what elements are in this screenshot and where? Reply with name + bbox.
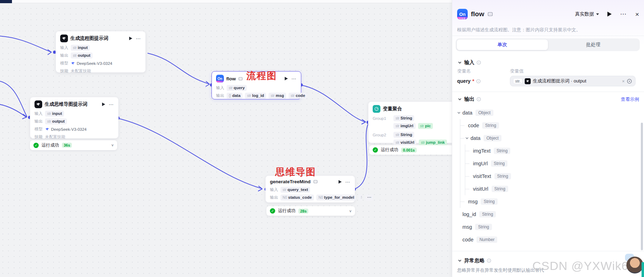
param-chip: strinput bbox=[45, 111, 64, 117]
plugin-badge-icon bbox=[313, 179, 318, 184]
node-mindmap-prompt[interactable]: 生成思维导图提示词 ⋯ 输入 strinput 输出 stroutput 模型 … bbox=[30, 97, 119, 138]
panel-more-button[interactable]: ⋯ bbox=[620, 10, 627, 18]
output-label: 输出 bbox=[34, 119, 43, 124]
node-more-button[interactable]: ⋯ bbox=[291, 77, 297, 80]
node-title: generateTreeMind bbox=[270, 179, 311, 184]
run-node-button[interactable] bbox=[129, 37, 132, 40]
param-chip: strquery_text bbox=[280, 187, 310, 193]
success-check-icon: ✓ bbox=[33, 143, 39, 148]
collapse-input-chevron[interactable] bbox=[457, 60, 462, 65]
node-title: 生成流程图提示词 bbox=[70, 35, 108, 42]
tree-chevron-icon[interactable] bbox=[465, 136, 471, 140]
output-label: 输出 bbox=[216, 93, 224, 98]
panel-scrollbar-thumb[interactable] bbox=[641, 123, 643, 250]
clear-value-icon[interactable]: × bbox=[622, 79, 625, 84]
param-chip: strimgUrl bbox=[393, 123, 416, 129]
output-label: 输出 bbox=[60, 53, 68, 58]
input-label: 输入 bbox=[216, 85, 224, 91]
input-var-name: query* bbox=[457, 78, 481, 84]
run-node-button[interactable] bbox=[339, 180, 342, 184]
run-status-text: 运行成功 bbox=[278, 208, 296, 214]
output-section-title: 输出 bbox=[464, 96, 474, 103]
param-chip: strlog_id bbox=[245, 93, 266, 99]
input-label: 输入 bbox=[60, 45, 68, 50]
skill-value: 未配置技能 bbox=[45, 134, 65, 140]
input-columns: 变量名 变量值 bbox=[457, 68, 639, 74]
query-value-field[interactable]: str. 生成流程图提示词 · output × bbox=[510, 76, 636, 86]
node-e-run-status[interactable]: ✓ 运行成功 28s ˅ bbox=[266, 206, 355, 216]
watermark-teal-bar bbox=[642, 262, 644, 277]
param-chip: strinput bbox=[71, 45, 90, 51]
input-label: 输入 bbox=[34, 111, 43, 116]
deepseek-node-icon bbox=[60, 35, 68, 42]
view-example-link[interactable]: 查看示例 bbox=[621, 96, 639, 103]
group-label: Group1 bbox=[373, 116, 391, 121]
info-icon[interactable] bbox=[476, 79, 481, 84]
run-node-button[interactable] bbox=[102, 103, 105, 106]
param-chip: strString bbox=[393, 132, 414, 138]
success-check-icon: ✓ bbox=[270, 208, 275, 214]
param-chip: {}data bbox=[227, 93, 242, 99]
annotation-flowchart: 流程图 bbox=[246, 69, 277, 82]
tree-row: code String bbox=[460, 119, 639, 132]
node-title: 生成思维导图提示词 bbox=[45, 101, 88, 107]
run-duration-badge: 28s bbox=[298, 209, 308, 214]
chevron-down-icon[interactable]: ˅ bbox=[112, 143, 114, 147]
skill-value: 未配置技能 bbox=[71, 68, 91, 74]
reference-target-icon[interactable] bbox=[627, 79, 632, 84]
node-more-button[interactable]: ⋯ bbox=[109, 103, 114, 106]
collapse-output-chevron[interactable] bbox=[457, 97, 462, 102]
node-flowchart-prompt[interactable]: 生成流程图提示词 ⋯ 输入 strinput 输出 stroutput 模型 D… bbox=[56, 31, 146, 73]
param-chip: strcode bbox=[289, 93, 307, 99]
collapse-exception-chevron[interactable] bbox=[457, 258, 462, 263]
tree-chevron-icon[interactable] bbox=[457, 111, 462, 115]
param-chip: N0status_code bbox=[280, 195, 314, 201]
plugin-badge-icon bbox=[238, 76, 243, 81]
info-icon[interactable] bbox=[476, 97, 481, 101]
deepseek-ref-icon bbox=[525, 78, 531, 84]
info-icon[interactable] bbox=[476, 60, 481, 65]
param-chip: N0co bbox=[359, 195, 363, 201]
tree-row: imgText String bbox=[465, 144, 639, 157]
param-chip: stroutput bbox=[71, 53, 93, 59]
watermark-avatar bbox=[626, 257, 643, 273]
tree-row: msg String bbox=[460, 195, 639, 208]
param-chip: N0type_for_model bbox=[316, 195, 356, 201]
deepseek-node-icon bbox=[34, 100, 42, 108]
tree-row: code Number bbox=[457, 233, 639, 246]
tab-batch[interactable]: 批处理 bbox=[548, 39, 639, 50]
run-status-text: 运行成功 bbox=[42, 142, 59, 148]
ref-chip: strjump_link bbox=[419, 140, 447, 146]
plugin-badge-icon bbox=[487, 11, 493, 17]
node-b-run-status[interactable]: ✓ 运行成功 36s ˅ bbox=[30, 140, 117, 150]
tree-row: data Object bbox=[457, 106, 639, 119]
mode-tabs: 单次 批处理 bbox=[456, 38, 640, 51]
tree-row: data Object bbox=[460, 132, 639, 144]
ondemand-node-icon: On bbox=[216, 75, 224, 82]
csdn-watermark: CSDN @YXWik6 bbox=[532, 259, 629, 273]
input-label: 输入 bbox=[270, 187, 278, 192]
tree-row: imgUrl String bbox=[465, 157, 639, 170]
model-label: 模型 bbox=[34, 127, 43, 132]
info-icon[interactable] bbox=[487, 258, 491, 263]
node-more-button[interactable]: ⋯ bbox=[345, 180, 351, 184]
node-generate-treemind[interactable]: generateTreeMind ⋯ 输入 strquery_text 输出 N… bbox=[265, 176, 355, 203]
run-panel-button[interactable] bbox=[607, 12, 612, 17]
run-duration-badge: 0.001s bbox=[401, 148, 417, 153]
chevron-down-icon[interactable]: ˅ bbox=[349, 209, 352, 213]
value-type-chip: str. bbox=[513, 78, 523, 84]
close-panel-button[interactable]: × bbox=[635, 11, 639, 18]
model-value: DeepSeek-V3-0324 bbox=[71, 61, 112, 66]
run-node-button[interactable] bbox=[285, 77, 288, 80]
node-title: 变量聚合 bbox=[383, 106, 402, 112]
node-variable-aggregate[interactable]: 变量聚合 Group1 strString strimgUrl strpic G… bbox=[368, 101, 456, 143]
tab-single[interactable]: 单次 bbox=[457, 39, 548, 50]
node-d-run-status[interactable]: ✓ 运行成功 0.001s bbox=[369, 145, 454, 155]
more-params-chip[interactable]: ⋯ bbox=[365, 195, 373, 201]
node-title: flow bbox=[226, 76, 236, 81]
caret-down-icon bbox=[596, 13, 599, 15]
run-status-text: 运行成功 bbox=[381, 147, 398, 153]
node-more-button[interactable]: ⋯ bbox=[136, 37, 141, 40]
model-value: DeepSeek-V3-0324 bbox=[45, 127, 87, 131]
data-mode-dropdown[interactable]: 真实数据 bbox=[575, 11, 599, 17]
